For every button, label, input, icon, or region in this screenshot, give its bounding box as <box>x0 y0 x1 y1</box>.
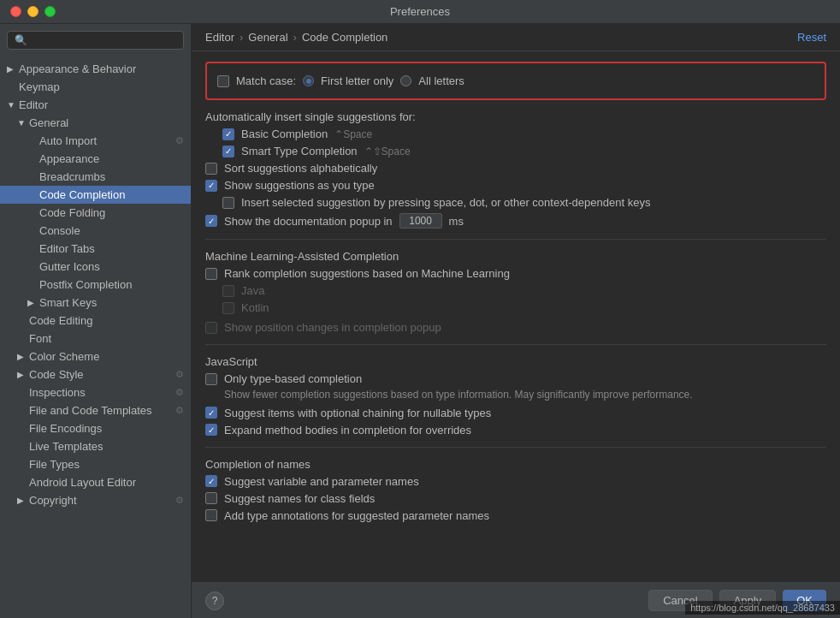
sidebar-item-color-scheme[interactable]: ▶ Color Scheme <box>0 348 191 365</box>
show-position-checkbox[interactable] <box>205 322 217 334</box>
close-button[interactable] <box>10 6 21 17</box>
sidebar-item-auto-import[interactable]: Auto Import ⚙ <box>0 132 191 150</box>
add-annotations-checkbox[interactable] <box>205 509 217 521</box>
sidebar-item-label: File Encodings <box>29 422 102 435</box>
settings-icon: ⚙ <box>175 495 184 506</box>
java-checkbox[interactable] <box>222 285 234 297</box>
sidebar-item-smart-keys[interactable]: ▶ Smart Keys <box>0 294 191 312</box>
sidebar-item-label: Editor <box>19 98 48 111</box>
basic-completion-shortcut: ⌃Space <box>334 128 372 140</box>
window-title: Preferences <box>390 5 450 18</box>
sidebar-item-label: General <box>29 116 68 129</box>
first-letter-radio[interactable] <box>303 75 314 86</box>
sidebar-item-label: Color Scheme <box>29 350 99 363</box>
sidebar-item-label: Smart Keys <box>39 296 97 309</box>
content-scroll: Match case: First letter only All letter… <box>192 51 840 582</box>
kotlin-checkbox[interactable] <box>222 302 234 314</box>
sidebar-item-label: Inspections <box>29 386 86 399</box>
sidebar-item-label: Android Layout Editor <box>29 476 136 489</box>
suggest-var-checkbox[interactable] <box>205 475 217 487</box>
smart-type-row: Smart Type Completion ⌃⇧Space <box>205 145 826 157</box>
match-case-checkbox[interactable] <box>217 75 229 87</box>
first-letter-label: First letter only <box>321 74 393 87</box>
sidebar-item-console[interactable]: Console <box>0 222 191 240</box>
sidebar-item-code-style[interactable]: ▶ Code Style ⚙ <box>0 365 191 383</box>
sidebar-item-appearance[interactable]: Appearance <box>0 150 191 168</box>
smart-type-checkbox[interactable] <box>222 146 234 157</box>
add-annotations-label: Add type annotations for suggested param… <box>224 509 489 522</box>
sidebar-item-file-code-templates[interactable]: File and Code Templates ⚙ <box>0 401 191 419</box>
sort-alpha-checkbox[interactable] <box>205 163 217 175</box>
js-section-label: JavaScript <box>205 355 257 368</box>
insert-space-checkbox[interactable] <box>222 197 234 209</box>
sidebar-item-live-templates[interactable]: Live Templates <box>0 437 191 455</box>
sidebar-item-label: Keymap <box>19 80 60 93</box>
show-type-checkbox[interactable] <box>205 180 217 192</box>
expand-arrow: ▶ <box>7 64 15 74</box>
auto-insert-label: Automatically insert single suggestions … <box>205 110 416 123</box>
maximize-button[interactable] <box>44 6 56 17</box>
optional-chaining-row: Suggest items with optional chaining for… <box>205 407 826 419</box>
traffic-lights <box>10 6 56 17</box>
main-container: ▶ Appearance & Behavior Keymap ▼ Editor … <box>0 24 840 618</box>
sidebar-item-label: Copyright <box>29 494 77 507</box>
sidebar-item-inspections[interactable]: Inspections ⚙ <box>0 383 191 401</box>
expand-method-checkbox[interactable] <box>205 424 217 436</box>
completion-names-row: Completion of names <box>205 458 826 471</box>
show-doc-row: Show the documentation popup in 1000 ms <box>205 213 826 229</box>
show-doc-checkbox[interactable] <box>205 215 217 227</box>
sidebar-item-editor[interactable]: ▼ Editor <box>0 96 191 114</box>
breadcrumb-current: Code Completion <box>302 31 387 44</box>
show-position-row: Show position changes in completion popu… <box>205 321 826 334</box>
settings-icon: ⚙ <box>175 135 184 146</box>
sidebar-item-gutter-icons[interactable]: Gutter Icons <box>0 258 191 276</box>
expand-method-label: Expand method bodies in completion for o… <box>224 424 471 437</box>
all-letters-label: All letters <box>418 74 464 87</box>
sidebar-item-editor-tabs[interactable]: Editor Tabs <box>0 240 191 258</box>
rank-ml-label: Rank completion suggestions based on Mac… <box>224 267 510 280</box>
content-area: Editor › General › Code Completion Reset… <box>192 24 840 618</box>
sidebar-item-general[interactable]: ▼ General <box>0 114 191 132</box>
settings-icon: ⚙ <box>175 369 184 380</box>
sidebar-item-label: Live Templates <box>29 440 103 453</box>
add-annotations-row: Add type annotations for suggested param… <box>205 509 826 522</box>
sidebar-tree: ▶ Appearance & Behavior Keymap ▼ Editor … <box>0 56 191 618</box>
show-doc-input[interactable]: 1000 <box>399 213 442 229</box>
sidebar-item-label: Code Folding <box>39 206 105 219</box>
divider <box>205 239 826 240</box>
suggest-class-checkbox[interactable] <box>205 492 217 504</box>
suggest-var-row: Suggest variable and parameter names <box>205 475 826 488</box>
breadcrumb-general: General <box>248 31 287 44</box>
divider2 <box>205 344 826 345</box>
sidebar-item-label: Gutter Icons <box>39 260 100 273</box>
search-input[interactable] <box>7 31 184 50</box>
highlight-box: Match case: First letter only All letter… <box>205 62 826 100</box>
type-based-checkbox[interactable] <box>205 373 217 385</box>
sidebar-item-postfix-completion[interactable]: Postfix Completion <box>0 276 191 294</box>
minimize-button[interactable] <box>27 6 38 17</box>
help-button[interactable]: ? <box>205 591 224 610</box>
match-case-label: Match case: <box>236 74 296 87</box>
sidebar-item-keymap[interactable]: Keymap <box>0 78 191 96</box>
sidebar-item-font[interactable]: Font <box>0 330 191 348</box>
watermark: https://blog.csdn.net/qq_28687433 <box>685 601 840 615</box>
rank-ml-row: Rank completion suggestions based on Mac… <box>205 267 826 280</box>
sidebar-item-breadcrumbs[interactable]: Breadcrumbs <box>0 168 191 186</box>
sidebar-item-file-types[interactable]: File Types <box>0 455 191 473</box>
sidebar-item-copyright[interactable]: ▶ Copyright ⚙ <box>0 491 191 509</box>
sidebar-item-file-encodings[interactable]: File Encodings <box>0 419 191 437</box>
sidebar-item-android-layout-editor[interactable]: Android Layout Editor <box>0 473 191 491</box>
sidebar-item-label: Breadcrumbs <box>39 170 105 183</box>
sidebar-item-appearance-behavior[interactable]: ▶ Appearance & Behavior <box>0 60 191 78</box>
sidebar-item-label: Font <box>29 332 51 345</box>
basic-completion-checkbox[interactable] <box>222 128 234 140</box>
sidebar-item-code-folding[interactable]: Code Folding <box>0 204 191 222</box>
optional-chaining-checkbox[interactable] <box>205 407 217 419</box>
sidebar-item-label: Code Style <box>29 368 84 381</box>
sidebar-item-label: Postfix Completion <box>39 278 132 291</box>
rank-ml-checkbox[interactable] <box>205 268 217 280</box>
reset-button[interactable]: Reset <box>797 31 826 44</box>
sidebar-item-code-completion[interactable]: Code Completion <box>0 186 191 204</box>
sidebar-item-code-editing[interactable]: Code Editing <box>0 312 191 330</box>
all-letters-radio[interactable] <box>400 75 411 86</box>
